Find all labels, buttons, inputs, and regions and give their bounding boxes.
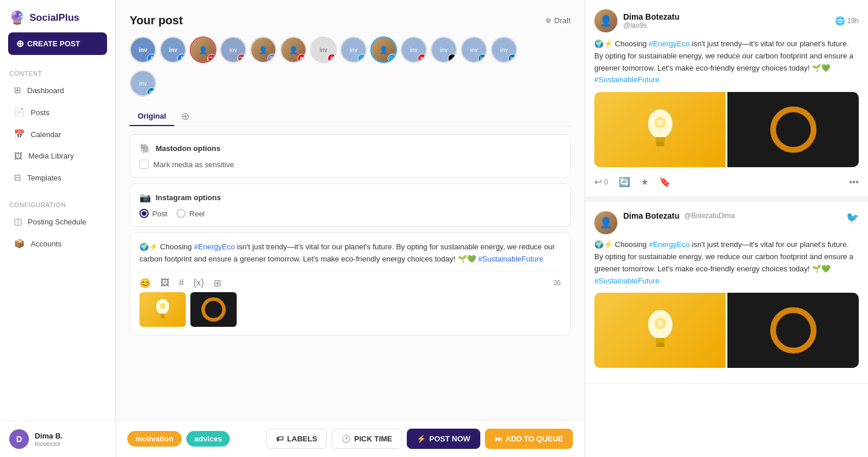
- labels-button[interactable]: 🏷 LABELS: [266, 429, 327, 449]
- account-avatar-pinterest[interactable]: inv P: [310, 36, 337, 63]
- hashtag-sustainable-preview: #SustainableFuture: [594, 75, 660, 84]
- image-previews: [139, 292, 561, 327]
- instagram-options-box: 📷 Instagram options Post Reel: [130, 183, 571, 227]
- mastodon-post-time: 19h: [847, 17, 859, 25]
- radio-reel-dot: [176, 209, 186, 218]
- sidebar-item-templates[interactable]: ⊟ Templates: [5, 167, 111, 188]
- svg-rect-13: [656, 342, 664, 347]
- image-upload-icon[interactable]: 🖼: [160, 278, 170, 288]
- sidebar-item-dashboard[interactable]: ⊞ Dashboard: [5, 80, 111, 101]
- svg-point-15: [657, 320, 663, 326]
- svg-point-4: [203, 299, 224, 320]
- account-avatar-li3[interactable]: inv in: [130, 70, 156, 97]
- pick-time-button[interactable]: 🕐 PICK TIME: [332, 429, 402, 449]
- mastodon-icon: 🐘: [139, 143, 151, 154]
- more-action[interactable]: •••: [849, 177, 859, 187]
- star-action[interactable]: ★: [641, 176, 649, 187]
- account-avatar-yt2[interactable]: inv ▶: [400, 36, 427, 63]
- platform-badge-yt: ▶: [297, 54, 307, 63]
- account-avatar-li2[interactable]: inv in: [491, 36, 517, 63]
- tab-original[interactable]: Original: [130, 107, 174, 126]
- hashtag-icon[interactable]: #: [179, 278, 184, 288]
- logo-icon: 🔮: [9, 10, 25, 25]
- account-avatar-fb1[interactable]: inv f: [130, 36, 156, 63]
- account-avatar-li[interactable]: inv in: [461, 36, 487, 63]
- mastodon-post-meta: 🌐 19h: [835, 16, 859, 25]
- bookmark-action[interactable]: 🔖: [659, 176, 671, 187]
- image-thumb-1[interactable]: [139, 292, 186, 327]
- user-name: Dima B.: [35, 432, 62, 440]
- reply-icon: ↩: [594, 176, 602, 187]
- account-avatar-ig2[interactable]: inv 📷: [220, 36, 247, 63]
- account-avatar-tiktok[interactable]: inv ♪: [431, 36, 457, 63]
- main-area: Your post Draft inv f inv f 👤 📷: [116, 0, 584, 457]
- radio-post[interactable]: Post: [139, 209, 167, 218]
- repost-action[interactable]: 🔄: [619, 176, 630, 187]
- post-tabs: Original ⊕: [130, 107, 571, 126]
- account-avatar-ig1[interactable]: 👤 📷: [190, 36, 216, 63]
- radio-reel[interactable]: Reel: [176, 209, 205, 218]
- account-avatar-twitter[interactable]: inv 🐦: [340, 36, 367, 63]
- sidebar-item-label: Posting Schedule: [28, 218, 86, 226]
- svg-rect-2: [161, 316, 164, 318]
- twitter-preview-text: 🌍⚡ Choosing #EnergyEco isn't just trendy…: [594, 239, 859, 287]
- create-post-label: CREATE POST: [27, 39, 80, 48]
- variable-icon[interactable]: {x}: [193, 278, 204, 288]
- instagram-options-title: Instagram options: [156, 193, 221, 202]
- mark-sensitive-checkbox[interactable]: [139, 160, 149, 169]
- sidebar-item-accounts[interactable]: 📦 Accounts: [5, 233, 111, 254]
- sidebar-item-posts[interactable]: 📄 Posts: [5, 102, 111, 123]
- preview-image-bulb: [594, 92, 726, 167]
- platform-badge-twitter2: 🐦: [388, 54, 397, 63]
- mastodon-preview-header: 👤 Dima Botezatu @lao9s 🌐 19h: [594, 9, 859, 32]
- account-avatar-mastodon[interactable]: 👤 🐘: [250, 36, 277, 63]
- sidebar-item-media-library[interactable]: 🖼 Media Library: [5, 146, 111, 166]
- post-header: Your post Draft: [130, 14, 571, 27]
- post-text-content[interactable]: 🌍⚡ Choosing #EnergyEco isn't just trendy…: [139, 241, 561, 266]
- preview-divider: [585, 197, 868, 202]
- more-icon: •••: [849, 177, 859, 187]
- logo-area: 🔮 SocialPlus: [0, 0, 115, 32]
- labels-label: LABELS: [287, 434, 317, 443]
- grid-icon[interactable]: ⊞: [214, 278, 221, 289]
- sidebar-item-posting-schedule[interactable]: ◫ Posting Schedule: [5, 211, 111, 232]
- platform-badge-li3: in: [147, 87, 156, 97]
- editor-area: Your post Draft inv f inv f 👤 📷: [116, 0, 584, 420]
- platform-badge-li2: in: [508, 54, 517, 63]
- clock-icon: 🕐: [341, 434, 351, 443]
- account-avatar-fb2[interactable]: inv f: [160, 36, 186, 63]
- twitter-user-name: Dima Botezatu: [623, 211, 679, 220]
- instagram-type-row: Post Reel: [139, 209, 561, 218]
- tag-chip-advices[interactable]: advices: [186, 431, 230, 447]
- mark-sensitive-row[interactable]: Mark media as sensitive: [139, 160, 561, 169]
- sidebar-item-calendar[interactable]: 📅 Calendar: [5, 124, 111, 145]
- reply-action[interactable]: ↩ 0: [594, 176, 608, 187]
- twitter-preview-post: 👤 Dima Botezatu @BotezatuDima 🐦 🌍⚡ Choos…: [585, 202, 868, 384]
- emoji-picker-icon[interactable]: 😊: [139, 278, 151, 289]
- sidebar-item-label: Accounts: [31, 239, 61, 248]
- media-icon: 🖼: [14, 151, 23, 161]
- hashtag-energyeco-preview: #EnergyEco: [649, 39, 690, 48]
- instagram-options-header: 📷 Instagram options: [139, 192, 561, 203]
- platform-badge-yt2: ▶: [418, 54, 427, 63]
- post-title: Your post: [130, 14, 183, 27]
- add-to-queue-button[interactable]: ⏭ ADD TO QUEUE: [485, 429, 573, 449]
- tag-chip-motivation[interactable]: motivation: [127, 431, 182, 447]
- post-text-box[interactable]: 🌍⚡ Choosing #EnergyEco isn't just trendy…: [130, 233, 571, 336]
- user-info: Dima B. Inovector: [35, 432, 62, 447]
- accounts-row: inv f inv f 👤 📷 inv 📷 👤 🐘: [130, 36, 571, 97]
- mastodon-user-handle: @lao9s: [623, 21, 829, 30]
- create-post-button[interactable]: ⊕ CREATE POST: [8, 32, 107, 55]
- user-org: Inovector: [35, 440, 62, 447]
- svg-point-3: [160, 303, 165, 309]
- account-avatar-twitter2[interactable]: 👤 🐦: [370, 36, 397, 63]
- platform-badge-ig2: 📷: [237, 54, 247, 63]
- image-thumb-2[interactable]: [190, 292, 237, 327]
- post-now-button[interactable]: ⚡ POST NOW: [407, 429, 480, 449]
- tab-add-button[interactable]: ⊕: [176, 108, 194, 125]
- reply-count: 0: [604, 178, 608, 186]
- add-queue-label: ADD TO QUEUE: [506, 434, 563, 443]
- svg-rect-1: [160, 314, 165, 316]
- accounts-icon: 📦: [14, 238, 25, 249]
- account-avatar-yt[interactable]: 👤 ▶: [280, 36, 307, 63]
